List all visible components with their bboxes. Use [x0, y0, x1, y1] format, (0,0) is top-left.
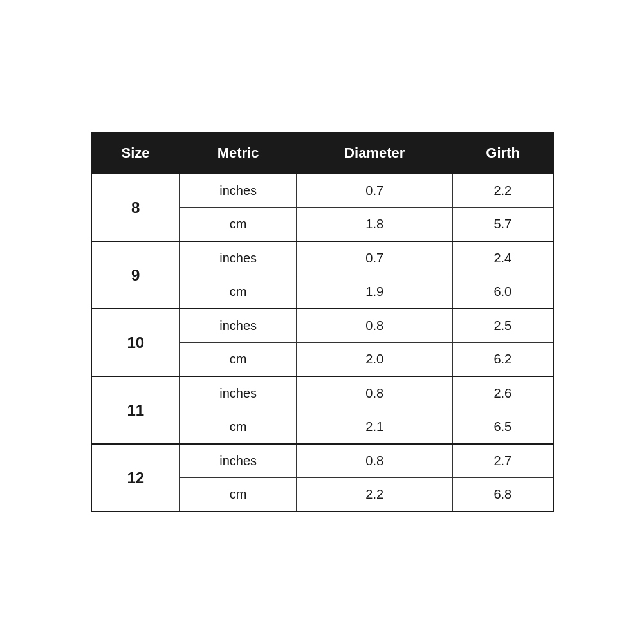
metric-cell: inches — [180, 376, 297, 410]
table-row: 10inches0.82.5 — [91, 309, 553, 343]
metric-cell: inches — [180, 174, 297, 208]
girth-cell: 2.7 — [453, 444, 553, 478]
size-chart-table: Size Metric Diameter Girth 8inches0.72.2… — [91, 132, 554, 512]
header-girth: Girth — [453, 133, 553, 174]
metric-cell: cm — [180, 343, 297, 377]
metric-cell: inches — [180, 241, 297, 275]
diameter-cell: 0.7 — [297, 241, 453, 275]
girth-cell: 2.6 — [453, 376, 553, 410]
size-cell: 10 — [91, 309, 180, 376]
size-cell: 12 — [91, 444, 180, 511]
girth-cell: 6.8 — [453, 478, 553, 512]
girth-cell: 5.7 — [453, 208, 553, 242]
diameter-cell: 0.8 — [297, 376, 453, 410]
diameter-cell: 1.9 — [297, 275, 453, 309]
diameter-cell: 2.0 — [297, 343, 453, 377]
size-chart-container: Size Metric Diameter Girth 8inches0.72.2… — [91, 132, 554, 512]
diameter-cell: 2.1 — [297, 410, 453, 445]
girth-cell: 6.2 — [453, 343, 553, 377]
header-metric: Metric — [180, 133, 297, 174]
metric-cell: cm — [180, 478, 297, 512]
metric-cell: cm — [180, 410, 297, 445]
table-row: 12inches0.82.7 — [91, 444, 553, 478]
girth-cell: 6.0 — [453, 275, 553, 309]
metric-cell: cm — [180, 208, 297, 242]
diameter-cell: 2.2 — [297, 478, 453, 512]
girth-cell: 6.5 — [453, 410, 553, 445]
table-header-row: Size Metric Diameter Girth — [91, 133, 553, 174]
girth-cell: 2.4 — [453, 241, 553, 275]
size-cell: 8 — [91, 174, 180, 241]
diameter-cell: 0.7 — [297, 174, 453, 208]
girth-cell: 2.2 — [453, 174, 553, 208]
header-size: Size — [91, 133, 180, 174]
diameter-cell: 1.8 — [297, 208, 453, 242]
size-cell: 11 — [91, 376, 180, 444]
girth-cell: 2.5 — [453, 309, 553, 343]
table-row: 11inches0.82.6 — [91, 376, 553, 410]
header-diameter: Diameter — [297, 133, 453, 174]
diameter-cell: 0.8 — [297, 309, 453, 343]
metric-cell: cm — [180, 275, 297, 309]
metric-cell: inches — [180, 444, 297, 478]
table-row: 9inches0.72.4 — [91, 241, 553, 275]
metric-cell: inches — [180, 309, 297, 343]
diameter-cell: 0.8 — [297, 444, 453, 478]
table-row: 8inches0.72.2 — [91, 174, 553, 208]
size-cell: 9 — [91, 241, 180, 309]
